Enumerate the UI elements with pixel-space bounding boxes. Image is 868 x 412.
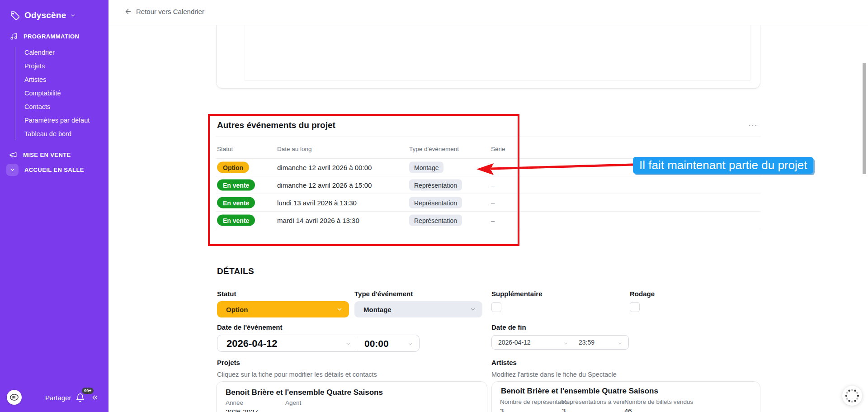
sidebar-item-calendrier[interactable]: Calendrier [24,46,101,59]
more-options-button[interactable]: ... [749,119,758,128]
event-date: dimanche 12 avril 2026 à 15:00 [277,181,372,189]
date-fin-time-value[interactable]: 23:59 [579,339,594,346]
divider [356,337,356,350]
annee-value: 2026-2027 [226,408,258,412]
chevron-down-icon [345,341,351,346]
back-to-calendar-link[interactable]: Retour vers Calendrier [124,8,204,15]
share-button[interactable]: Partager [45,394,71,402]
event-serie: – [491,181,495,189]
event-type-badge: Montage [409,162,443,173]
music-note-icon [10,33,18,40]
sidebar-section-accueil-en-salle[interactable]: ACCUEIL EN SALLE [24,166,84,173]
sidebar-item-artistes[interactable]: Artistes [24,73,101,86]
event-serie: – [491,164,495,171]
chevron-down-icon [336,306,343,313]
statut-select[interactable]: Option [217,301,349,317]
sidebar-item-comptabilite[interactable]: Comptabilité [24,86,101,100]
app-root: Odyscène PROGRAMMATION Calendrier Projet… [0,0,868,412]
sidebar-item-tableau-de-bord[interactable]: Tableau de bord [24,127,101,141]
accueil-expand-button[interactable] [6,164,19,176]
artiste-card[interactable]: Benoit Brière et l'ensemble Quatre Saiso… [491,381,760,412]
projets-hint: Cliquez sur la fiche pour modifier les d… [217,371,377,378]
sidebar-item-projets[interactable]: Projets [24,59,101,73]
scrolled-card-inner-panel [245,25,750,81]
workspace-switcher[interactable]: Odyscène [10,9,76,22]
sidebar-section-mise-en-vente[interactable]: MISE EN VENTE [9,151,71,159]
chevron-down-icon [70,13,76,19]
event-row[interactable]: En vente mardi 14 avril 2026 à 13:30 Rep… [216,212,760,229]
date-event-time-value[interactable]: 00:00 [364,338,389,349]
scrolled-card-partial [216,25,760,89]
section-label: ACCUEIL EN SALLE [24,166,84,173]
event-date: dimanche 12 avril 2026 à 00:00 [277,164,372,171]
double-chevron-left-icon [91,393,99,402]
section-label: MISE EN VENTE [23,152,71,158]
chevron-down-icon [618,340,623,345]
collapse-sidebar-button[interactable] [91,393,99,403]
status-badge: Option [217,162,249,173]
event-type-badge: Représentation [409,215,462,226]
type-select-value: Montage [363,306,470,313]
date-event-date-value[interactable]: 2026-04-12 [226,338,278,350]
notifications-count-badge: 99+ [82,388,94,394]
event-row[interactable]: En vente lundi 13 avril 2026 à 13:30 Rep… [216,194,760,212]
event-serie: – [491,217,495,224]
events-section-title: Autres événements du projet [217,120,335,130]
date-fin-label: Date de fin [491,323,526,331]
stat-label: Nombre de billets vendus [624,398,693,405]
stat-label: Représentations à venir [562,398,627,405]
rodage-checkbox[interactable] [630,302,640,312]
agent-label: Agent [285,399,301,406]
date-fin-picker[interactable]: 2026-04-12 23:59 [491,335,629,350]
event-date: mardi 14 avril 2026 à 13:30 [277,217,359,224]
projet-card[interactable]: Benoit Brière et l'ensemble Quatre Saiso… [216,381,487,412]
back-label: Retour vers Calendrier [136,8,204,15]
user-avatar[interactable] [7,390,22,405]
col-header-statut: Statut [217,146,233,152]
submenu-guide-line [15,47,15,140]
annee-label: Année [226,399,243,406]
venue-logo-icon [10,394,19,401]
sidebar-section-programmation[interactable]: PROGRAMMATION [10,33,79,40]
topbar: Retour vers Calendrier [108,0,868,25]
sidebar-item-parametres[interactable]: Paramètres par défaut [24,114,101,127]
status-badge: En vente [217,180,255,191]
sidebar: Odyscène PROGRAMMATION Calendrier Projet… [0,0,108,412]
date-event-picker[interactable]: 2026-04-12 00:00 [217,335,420,352]
divider [216,137,760,137]
artistes-hint: Modifiez l'artiste dans le fiche du Spec… [491,371,617,378]
chevron-down-icon [407,341,413,346]
annotation-tooltip: Il fait maintenant partie du projet [633,157,813,174]
supplementaire-label: Supplémentaire [491,290,542,298]
date-fin-date-value[interactable]: 2026-04-12 [498,339,531,346]
event-row[interactable]: En vente dimanche 12 avril 2026 à 15:00 … [216,176,760,194]
event-type-badge: Représentation [409,180,462,191]
status-badge: En vente [217,215,255,226]
status-badge: En vente [217,197,255,208]
stat-value: 3 [562,407,566,412]
col-header-serie: Série [491,146,505,152]
sidebar-item-contacts[interactable]: Contacts [24,100,101,114]
supplementaire-checkbox[interactable] [491,302,501,312]
col-header-type: Type d'événement [409,146,459,152]
date-event-label: Date de l'événement [217,323,282,331]
arrow-left-icon [124,8,132,15]
stat-value: 3 [500,407,504,412]
type-select[interactable]: Montage [354,301,482,317]
ticket-logo-icon [10,10,20,21]
chevron-down-icon [9,167,15,173]
event-type-badge: Représentation [409,197,462,208]
col-header-date: Date au long [277,146,312,152]
notifications-bell-icon[interactable] [75,393,85,404]
artiste-card-title: Benoit Brière et l'ensemble Quatre Saiso… [501,387,658,396]
stat-value: 46 [624,407,632,412]
projet-card-title: Benoit Brière et l'ensemble Quatre Saiso… [226,388,383,397]
loading-spinner [842,386,862,406]
type-label: Type d'événement [354,290,413,298]
megaphone-icon [9,151,17,159]
details-section-title: DÉTAILS [217,266,254,276]
statut-select-value: Option [226,306,336,313]
scrollbar-thumb[interactable] [863,63,866,174]
section-label: PROGRAMMATION [24,33,79,40]
chevron-down-icon [470,306,476,313]
